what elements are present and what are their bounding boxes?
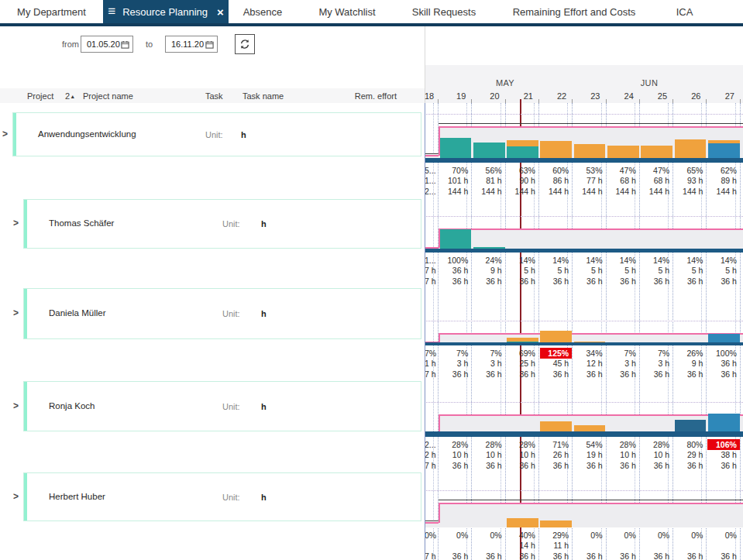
planned-hours: 5 h	[673, 266, 703, 276]
planned-hours: 2 h	[425, 450, 435, 460]
tab-resource-planning[interactable]: ≡Resource Planning×	[103, 0, 229, 23]
expand-chevron-icon[interactable]: >	[13, 218, 19, 228]
utilization-percent: 5...	[425, 166, 435, 176]
scale-dotted-line	[425, 321, 743, 321]
utilization-percent: 0%	[640, 531, 669, 541]
planned-hours: 3 h	[472, 359, 501, 369]
expand-chevron-icon[interactable]: >	[13, 307, 19, 318]
utilization-percent: 106%	[707, 440, 737, 450]
utilization-percent: 0%	[439, 531, 468, 541]
tab-label: Resource Planning	[122, 6, 208, 18]
week-label-24[interactable]: 24	[607, 91, 634, 101]
planned-hours: 5 h	[573, 266, 602, 276]
person-name[interactable]: Ronja Koch	[49, 401, 95, 411]
capacity-hours: 7 h	[425, 369, 435, 380]
row-accent-strip	[24, 473, 27, 520]
utilization-percent: 47%	[640, 166, 669, 176]
col-header-project-name[interactable]: Project name	[83, 91, 133, 101]
capacity-hours: 36 h	[506, 551, 535, 560]
expand-chevron-icon[interactable]: >	[2, 129, 8, 139]
unit-value: h	[261, 219, 267, 228]
planned-hours: 19 h	[573, 450, 602, 460]
booked-base-strip	[425, 342, 743, 345]
tab-ica[interactable]: ICA	[658, 0, 711, 23]
calendar-icon[interactable]	[205, 40, 214, 49]
planned-hours: 3 h	[607, 359, 636, 369]
capacity-hours: 36 h	[607, 461, 636, 471]
utilization-percent: 62%	[707, 166, 737, 176]
refresh-icon	[239, 38, 251, 50]
utilization-percent: 0%	[707, 531, 737, 541]
from-date-value: 01.05.20	[87, 40, 121, 49]
capacity-hours: 36 h	[506, 277, 535, 287]
to-label: to	[146, 40, 153, 49]
utilization-percent: 7%	[640, 349, 669, 359]
utilization-percent: 14%	[539, 256, 569, 266]
utilization-percent: 80%	[673, 440, 703, 450]
col-sort-badge[interactable]: 2▲	[65, 91, 75, 101]
planned-hours: 1 h	[425, 359, 435, 369]
utilization-percent: 24%	[472, 256, 501, 266]
planned-hours: 1...	[425, 176, 435, 186]
limit-line	[439, 123, 743, 124]
capacity-line-step	[439, 503, 440, 523]
tab-bar: My Department≡Resource Planning×AbsenceM…	[0, 0, 743, 23]
capacity-hours: 36 h	[506, 369, 535, 380]
booked-base-strip	[425, 431, 743, 437]
tab-skill-requests[interactable]: Skill Requests	[397, 0, 490, 23]
week-label-27[interactable]: 27	[707, 91, 734, 101]
planned-hours: 5 h	[640, 266, 669, 276]
week-label-26[interactable]: 26	[673, 91, 700, 101]
utilization-percent: 14%	[607, 256, 636, 266]
tab-remaining-effort-and-costs[interactable]: Remaining Effort and Costs	[490, 0, 658, 23]
capacity-hours: 36 h	[439, 461, 468, 471]
week-label-23[interactable]: 23	[573, 91, 600, 101]
capacity-hours: 36 h	[673, 369, 703, 380]
project-name[interactable]: Anwendungsentwicklung	[38, 129, 136, 139]
tab-my-watchlist[interactable]: My Watchlist	[297, 0, 397, 23]
utilization-percent: 14%	[640, 256, 669, 266]
expand-chevron-icon[interactable]: >	[13, 400, 19, 411]
person-name[interactable]: Herbert Huber	[49, 492, 105, 501]
capacity-hours: 36 h	[573, 551, 602, 560]
capacity-hours: 144 h	[539, 187, 569, 197]
planned-hours: 11 h	[539, 541, 569, 551]
capacity-hours: 7 h	[425, 551, 435, 560]
close-tab-icon[interactable]: ×	[217, 6, 224, 18]
utilization-bar-segment-orange	[540, 141, 572, 159]
from-date-field[interactable]: 01.05.20	[81, 36, 133, 53]
calendar-icon[interactable]	[121, 40, 129, 49]
hamburger-icon[interactable]: ≡	[108, 5, 115, 18]
week-label-20[interactable]: 20	[472, 91, 499, 101]
planned-hours: 5 h	[707, 266, 737, 276]
to-date-field[interactable]: 16.11.20	[165, 36, 218, 53]
capacity-line-partial-week	[425, 522, 439, 524]
expand-chevron-icon[interactable]: >	[13, 491, 19, 502]
week-label-25[interactable]: 25	[640, 91, 667, 101]
week-label-19[interactable]: 19	[439, 91, 466, 101]
planned-hours: 36 h	[707, 359, 737, 369]
utilization-percent: 7%	[439, 349, 468, 359]
tab-label: Absence	[243, 6, 283, 18]
capacity-band-partial-week	[425, 523, 439, 527]
tab-absence[interactable]: Absence	[229, 0, 297, 23]
capacity-hours: 144 h	[673, 187, 703, 197]
week-label-22[interactable]: 22	[539, 91, 566, 101]
person-name[interactable]: Daniela Müller	[49, 308, 106, 318]
unit-value: h	[261, 309, 267, 318]
refresh-button[interactable]	[235, 34, 255, 54]
week-label-18[interactable]: 18	[425, 91, 432, 101]
timeline-top-spacer	[425, 26, 743, 65]
col-header-task[interactable]: Task	[205, 91, 223, 101]
capacity-hours: 36 h	[640, 461, 669, 471]
row-accent-strip	[24, 382, 27, 431]
unit-value: h	[261, 402, 267, 411]
capacity-hours: 36 h	[472, 369, 501, 380]
col-header-rem-effort[interactable]: Rem. effort	[319, 91, 397, 101]
person-name[interactable]: Thomas Schäfer	[49, 218, 114, 228]
col-header-project[interactable]: Project	[27, 91, 53, 101]
col-header-task-name[interactable]: Task name	[243, 91, 284, 101]
planned-hours: 25 h	[506, 359, 535, 369]
tab-my-department[interactable]: My Department	[0, 0, 103, 23]
utilization-percent: 14%	[506, 256, 535, 266]
